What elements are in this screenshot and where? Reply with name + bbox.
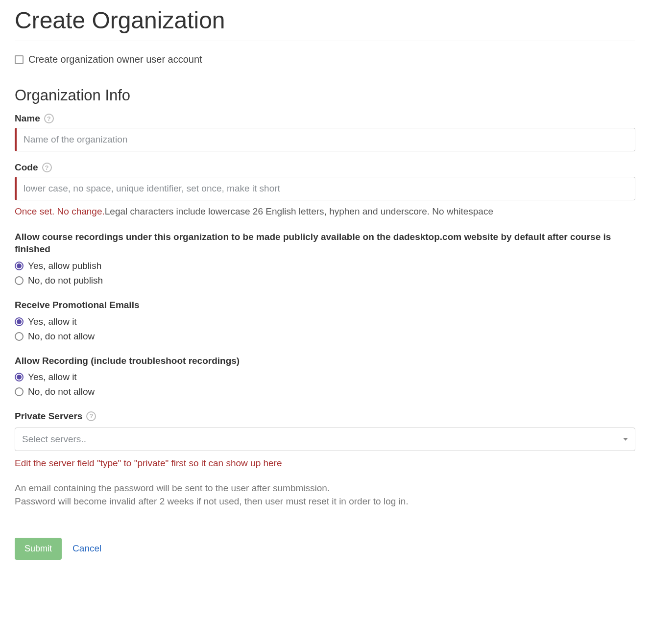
chevron-down-icon: [623, 438, 628, 441]
help-icon[interactable]: ?: [86, 411, 96, 421]
name-label: Name: [15, 113, 40, 124]
help-icon[interactable]: ?: [44, 114, 54, 123]
publish-question: Allow course recordings under this organ…: [15, 231, 635, 256]
promo-no-radio[interactable]: No, do not allow: [15, 331, 635, 342]
page-title: Create Organization: [15, 0, 635, 41]
publish-no-radio[interactable]: No, do not publish: [15, 275, 635, 286]
radio-icon: [15, 276, 24, 285]
radio-icon: [15, 373, 24, 382]
create-owner-label: Create organization owner user account: [28, 54, 202, 65]
recording-no-radio[interactable]: No, do not allow: [15, 386, 635, 397]
name-input[interactable]: [15, 128, 635, 151]
note-line-1: An email containing the password will be…: [15, 481, 635, 495]
note-line-2: Password will become invalid after 2 wee…: [15, 495, 635, 508]
submit-button[interactable]: Submit: [15, 538, 62, 560]
promo-no-label: No, do not allow: [28, 331, 95, 342]
code-hint-danger: Once set. No change.: [15, 206, 105, 216]
promo-yes-radio[interactable]: Yes, allow it: [15, 316, 635, 327]
private-servers-placeholder: Select servers..: [22, 434, 86, 445]
radio-icon: [15, 332, 24, 341]
publish-yes-label: Yes, allow publish: [28, 261, 101, 271]
recording-question: Allow Recording (include troubleshoot re…: [15, 355, 635, 367]
publish-no-label: No, do not publish: [28, 275, 103, 286]
recording-yes-radio[interactable]: Yes, allow it: [15, 372, 635, 382]
radio-icon: [15, 317, 24, 326]
radio-icon: [15, 387, 24, 396]
help-icon[interactable]: ?: [42, 163, 52, 172]
recording-no-label: No, do not allow: [28, 386, 95, 397]
create-owner-checkbox[interactable]: [15, 55, 24, 64]
promo-yes-label: Yes, allow it: [28, 316, 77, 327]
create-owner-checkbox-row[interactable]: Create organization owner user account: [15, 54, 635, 65]
cancel-button[interactable]: Cancel: [72, 543, 101, 554]
private-servers-hint: Edit the server field "type" to "private…: [15, 458, 635, 469]
promo-question: Receive Promotional Emails: [15, 299, 635, 311]
private-servers-select[interactable]: Select servers..: [15, 428, 635, 451]
code-hint-rest: Legal characters include lowercase 26 En…: [105, 206, 493, 216]
code-input[interactable]: [15, 177, 635, 200]
publish-yes-radio[interactable]: Yes, allow publish: [15, 261, 635, 271]
recording-yes-label: Yes, allow it: [28, 372, 77, 382]
radio-icon: [15, 262, 24, 270]
section-title: Organization Info: [15, 87, 635, 104]
private-servers-label: Private Servers: [15, 410, 82, 423]
code-label: Code: [15, 162, 38, 173]
